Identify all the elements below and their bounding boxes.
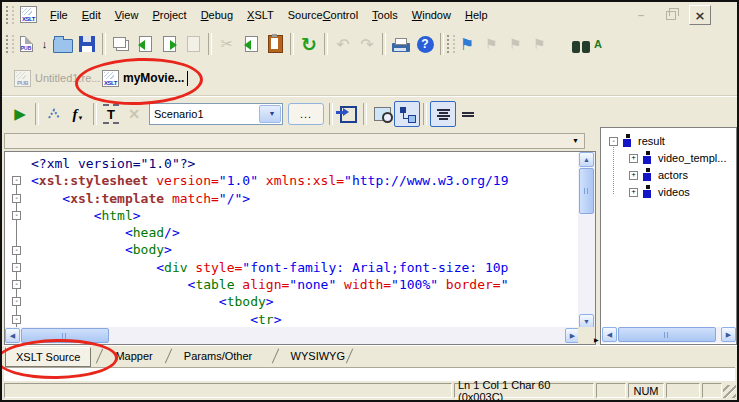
splitter-arrow-icon[interactable]: ▶ xyxy=(594,336,599,343)
close-button[interactable]: × xyxy=(689,5,711,25)
clear-bookmarks-button[interactable]: ⚑ xyxy=(527,32,551,56)
scenario-select[interactable]: Scenario1 ▼ xyxy=(149,103,283,125)
menubar-grip[interactable] xyxy=(6,6,14,24)
fold-collapse-icon[interactable]: - xyxy=(12,176,21,185)
tree-scroll-right-button[interactable]: ▶ xyxy=(721,327,736,342)
print-button[interactable] xyxy=(389,32,413,56)
fold-collapse-icon[interactable]: - xyxy=(12,263,21,272)
menu-item-window[interactable]: Window xyxy=(405,6,458,24)
new-window-button[interactable] xyxy=(109,32,133,56)
open-button[interactable] xyxy=(51,32,75,56)
forward-document-button[interactable] xyxy=(157,32,181,56)
minimize-button[interactable]: – xyxy=(631,6,651,24)
code-line[interactable]: <head/> xyxy=(5,224,579,241)
menu-item-sourcecontrol[interactable]: SourceControl xyxy=(281,6,365,24)
new-document-dropdown[interactable]: ↓ xyxy=(38,32,51,56)
menu-item-file[interactable]: File xyxy=(43,6,75,24)
lock-document-button[interactable] xyxy=(181,32,205,56)
help-button[interactable]: ? xyxy=(413,32,437,56)
cut-button[interactable]: ✂ xyxy=(215,32,239,56)
tree-scroll-left-button[interactable]: ◀ xyxy=(602,327,617,342)
tree-hscroll-thumb[interactable] xyxy=(618,327,716,342)
save-button[interactable] xyxy=(75,32,99,56)
tree-hscrollbar[interactable]: ◀ ▶ xyxy=(602,327,736,343)
code-line[interactable]: <?xml version="1.0"?> xyxy=(5,155,579,172)
menu-item-help[interactable]: Help xyxy=(458,6,495,24)
code-line[interactable]: <tr> xyxy=(5,311,579,328)
resize-grip[interactable] xyxy=(723,385,736,398)
fold-collapse-icon[interactable]: - xyxy=(12,315,21,324)
editor-vscrollbar[interactable]: ▲ ▼ xyxy=(578,152,595,329)
menu-item-xslt[interactable]: XSLT xyxy=(240,6,281,24)
prev-bookmark-button[interactable]: ⚑ xyxy=(503,32,527,56)
find-next-button[interactable]: A xyxy=(593,32,603,56)
code-line[interactable]: <xsl:stylesheet version="1.0" xmlns:xsl=… xyxy=(5,172,579,189)
code-line[interactable]: <tbody> xyxy=(5,293,579,310)
align-button[interactable] xyxy=(430,101,456,127)
menu-item-view[interactable]: View xyxy=(108,6,146,24)
function-button[interactable]: f▼ xyxy=(66,102,90,126)
fold-collapse-icon[interactable]: - xyxy=(12,297,21,306)
redo-button[interactable]: ↷ xyxy=(355,32,379,56)
scroll-left-button[interactable]: ◀ xyxy=(5,328,20,343)
collapse-icon[interactable]: - xyxy=(609,137,618,146)
toggle-bookmark-button[interactable]: ⚑ xyxy=(455,32,479,56)
undo-button[interactable]: ↶ xyxy=(331,32,355,56)
dropdown-arrow-icon[interactable]: ▼ xyxy=(569,135,582,147)
mapper-view-button[interactable] xyxy=(394,101,420,127)
code-area[interactable]: <?xml version="1.0"?><xsl:stylesheet ver… xyxy=(5,152,579,331)
scenario-browse-button[interactable]: ... xyxy=(288,103,324,125)
tree-node-videos[interactable]: +videos xyxy=(629,184,690,200)
copy-button[interactable] xyxy=(239,32,263,56)
spacing-button[interactable] xyxy=(456,102,480,126)
xslt-source-editor[interactable]: <?xml version="1.0"?><xsl:stylesheet ver… xyxy=(4,151,596,345)
run-button[interactable]: ▶ xyxy=(8,102,32,126)
code-line[interactable]: <table align="none" width="100%" border=… xyxy=(5,276,579,293)
tab-untitled1[interactable]: Untitled1.re... xyxy=(10,67,100,89)
new-report-button[interactable]: PUB xyxy=(14,32,38,56)
disabled-tool-button[interactable]: ✕ xyxy=(122,102,146,126)
editor-hscrollbar[interactable]: ◀ ▶ xyxy=(5,327,580,344)
next-bookmark-button[interactable]: ⚑ xyxy=(479,32,503,56)
view-tab-wysiwyg[interactable]: WYSIWYG xyxy=(281,347,355,365)
combo-dropdown-icon[interactable]: ▼ xyxy=(259,105,281,123)
restore-button[interactable] xyxy=(661,6,681,24)
code-line[interactable]: <html> xyxy=(5,207,579,224)
tree-node-videotempl[interactable]: +video_templ... xyxy=(629,150,726,166)
fold-collapse-icon[interactable]: - xyxy=(12,280,21,289)
menu-item-tools[interactable]: Tools xyxy=(365,6,405,24)
find-button[interactable] xyxy=(569,32,593,56)
toolbar-grip-2[interactable] xyxy=(447,35,455,53)
refresh-button[interactable]: ↻ xyxy=(297,32,321,56)
go-to-output-button[interactable] xyxy=(336,102,360,126)
view-tab-params-other[interactable]: Params/Other xyxy=(174,347,262,365)
vscroll-thumb[interactable] xyxy=(579,168,594,214)
menu-item-debug[interactable]: Debug xyxy=(194,6,240,24)
view-tab-xslt-source[interactable]: XSLT Source xyxy=(5,347,91,367)
fold-collapse-icon[interactable]: - xyxy=(12,194,21,203)
expand-icon[interactable]: + xyxy=(629,171,638,180)
preview-result-button[interactable] xyxy=(370,102,394,126)
show-xpath-button[interactable] xyxy=(42,102,66,126)
view-tab-mapper[interactable]: Mapper xyxy=(105,347,162,365)
tree-node-root[interactable]: - result xyxy=(609,133,665,149)
menu-item-edit[interactable]: Edit xyxy=(75,6,108,24)
fold-collapse-icon[interactable]: - xyxy=(12,211,21,220)
menu-item-project[interactable]: Project xyxy=(145,6,193,24)
result-tree-panel[interactable]: - result +video_templ...+actors+videos ◀… xyxy=(600,127,737,345)
editor-context-dropdown[interactable]: ▼ xyxy=(4,133,585,149)
expand-icon[interactable]: + xyxy=(629,188,638,197)
fold-collapse-icon[interactable]: - xyxy=(12,246,21,255)
toolbar-grip[interactable] xyxy=(6,35,14,53)
back-document-button[interactable] xyxy=(133,32,157,56)
scroll-up-button[interactable]: ▲ xyxy=(579,152,594,167)
hscroll-thumb[interactable] xyxy=(21,328,109,343)
expand-icon[interactable]: + xyxy=(629,154,638,163)
tree-node-actors[interactable]: +actors xyxy=(629,167,688,183)
code-line[interactable]: <xsl:template match="/"> xyxy=(5,190,579,207)
code-line[interactable]: <div style="font-family: Arial;font-size… xyxy=(5,259,579,276)
tab-mymovie[interactable]: myMovie... xyxy=(98,67,188,89)
code-line[interactable]: <body> xyxy=(5,241,579,258)
text-mode-button[interactable]: T xyxy=(103,104,119,124)
paste-button[interactable] xyxy=(263,32,287,56)
